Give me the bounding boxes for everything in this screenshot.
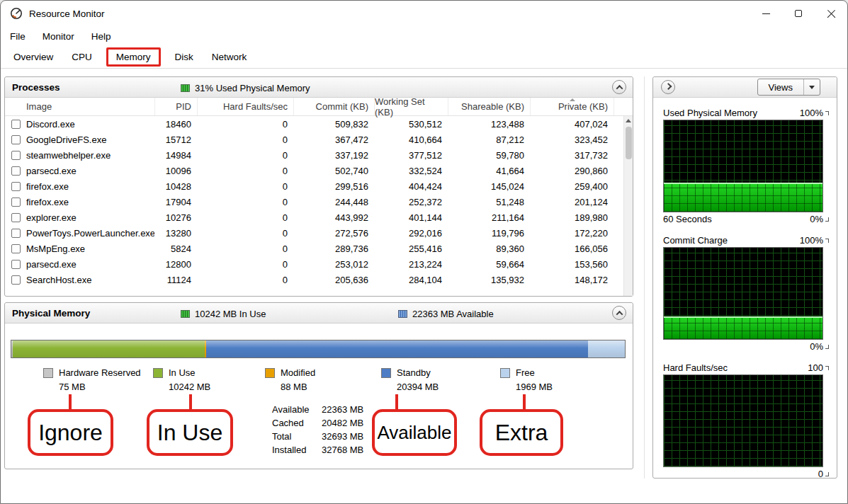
- process-checkbox[interactable]: [11, 197, 21, 207]
- process-private: 290,860: [530, 166, 614, 176]
- tab[interactable]: CPU: [62, 47, 101, 67]
- tab[interactable]: Network: [203, 47, 256, 67]
- process-private: 189,980: [530, 212, 614, 223]
- process-working-set: 410,664: [374, 134, 448, 145]
- process-shareable: 87,212: [448, 134, 530, 145]
- process-checkbox[interactable]: [11, 213, 21, 222]
- process-row[interactable]: firefox.exe 17904 0 244,448 252,372 51,2…: [5, 194, 633, 210]
- maximize-button[interactable]: [782, 1, 815, 26]
- graph-ruler-bottom-tick: [825, 472, 829, 476]
- process-row[interactable]: parsecd.exe 10096 0 502,740 332,524 41,6…: [5, 163, 633, 178]
- process-pid: 10276: [154, 212, 197, 223]
- column-header-hard-faults[interactable]: Hard Faults/sec: [198, 98, 294, 115]
- process-checkbox[interactable]: [11, 229, 21, 238]
- chevron-down-icon: [809, 86, 815, 89]
- process-checkbox[interactable]: [11, 260, 21, 269]
- tab[interactable]: Memory: [106, 47, 161, 67]
- process-checkbox[interactable]: [11, 166, 21, 176]
- process-checkbox[interactable]: [11, 244, 21, 253]
- available-icon: [398, 310, 407, 318]
- process-commit: 299,516: [293, 181, 374, 192]
- panel-splitter: [644, 76, 645, 479]
- process-checkbox[interactable]: [11, 275, 21, 285]
- graph-ruler-top-tick: [825, 366, 829, 370]
- column-header-image[interactable]: Image: [5, 98, 155, 115]
- process-hard-faults: 0: [197, 275, 293, 285]
- menu-item[interactable]: Monitor: [43, 31, 74, 42]
- annotation-box: Ignore: [28, 409, 113, 456]
- process-checkbox[interactable]: [11, 135, 21, 144]
- graphs-sidebar: Views Used Physical Memory 100%: [652, 76, 837, 479]
- process-private: 317,732: [530, 150, 614, 161]
- graph-ruler-bottom-tick: [825, 345, 829, 349]
- menu-item[interactable]: File: [10, 31, 26, 42]
- collapse-physical-memory-button[interactable]: [612, 306, 626, 320]
- process-pid: 10096: [154, 166, 197, 176]
- tab-bar: Overview CPU Memory Disk Network: [1, 46, 847, 69]
- process-row[interactable]: steamwebhelper.exe 14984 0 337,192 377,5…: [5, 147, 633, 163]
- process-row[interactable]: MsMpEng.exe 5824 0 289,736 255,416 89,36…: [5, 241, 633, 256]
- sidebar-header: Views: [653, 77, 837, 98]
- graph-footer-label: 60 Seconds: [663, 214, 810, 224]
- views-dropdown[interactable]: Views: [757, 79, 820, 96]
- titlebar: Resource Monitor: [1, 1, 847, 26]
- in-use-status-text: 10242 MB In Use: [195, 309, 266, 319]
- tab[interactable]: Overview: [4, 47, 62, 67]
- processes-title: Processes: [12, 82, 60, 93]
- process-pid: 11124: [154, 275, 197, 285]
- collapse-processes-button[interactable]: [612, 80, 626, 94]
- graph-title: Hard Faults/sec: [663, 362, 808, 373]
- process-shareable: 89,360: [448, 244, 530, 254]
- graph-fill-area: [664, 183, 822, 212]
- process-working-set: 332,524: [374, 166, 448, 176]
- process-row[interactable]: firefox.exe 10428 0 299,516 404,424 145,…: [5, 178, 633, 194]
- annotation-box: Available: [372, 409, 457, 456]
- process-shareable: 145,024: [448, 181, 530, 192]
- process-pid: 14984: [154, 150, 197, 161]
- column-header-working-set[interactable]: Working Set (KB): [375, 98, 448, 115]
- process-working-set: 404,424: [374, 181, 448, 192]
- column-header-shareable[interactable]: Shareable (KB): [448, 98, 531, 115]
- process-image-name: parsecd.exe: [26, 166, 154, 176]
- process-pid: 5824: [154, 244, 197, 254]
- close-button[interactable]: [815, 1, 847, 26]
- annotation-box: Extra: [480, 409, 563, 456]
- process-checkbox[interactable]: [11, 120, 21, 129]
- scroll-up-icon[interactable]: [626, 119, 631, 122]
- table-body: Discord.exe 18460 0 509,832 530,512 123,…: [5, 116, 633, 287]
- available-status-text: 22363 MB Available: [412, 309, 494, 319]
- process-commit: 509,832: [293, 119, 374, 130]
- minimize-button[interactable]: [750, 1, 782, 26]
- process-row[interactable]: PowerToys.PowerLauncher.exe 13280 0 272,…: [5, 225, 633, 241]
- process-row[interactable]: GoogleDriveFS.exe 15712 0 367,472 410,66…: [5, 132, 633, 147]
- process-private: 201,124: [530, 197, 614, 207]
- chevron-up-icon: [616, 310, 623, 317]
- graph-fill-area: [664, 316, 822, 339]
- process-commit: 367,472: [293, 134, 374, 145]
- process-row[interactable]: parsecd.exe 12800 0 253,012 213,224 59,6…: [5, 256, 633, 272]
- column-header-commit[interactable]: Commit (KB): [294, 98, 375, 115]
- menu-item[interactable]: Help: [91, 31, 111, 42]
- processes-status: 31% Used Physical Memory: [181, 83, 310, 93]
- process-shareable: 59,664: [448, 259, 530, 270]
- process-checkbox[interactable]: [11, 151, 21, 160]
- column-header-pid[interactable]: PID: [155, 98, 198, 115]
- views-label: Views: [758, 82, 803, 93]
- column-header-private[interactable]: Private (KB): [531, 98, 614, 115]
- process-image-name: MsMpEng.exe: [26, 244, 154, 254]
- scrollbar-thumb[interactable]: [626, 127, 632, 159]
- process-hard-faults: 0: [197, 244, 293, 254]
- tab[interactable]: Disk: [166, 47, 203, 67]
- process-row[interactable]: Discord.exe 18460 0 509,832 530,512 123,…: [5, 116, 633, 132]
- maximize-icon: [795, 10, 802, 17]
- process-checkbox[interactable]: [11, 182, 21, 191]
- process-image-name: GoogleDriveFS.exe: [26, 134, 154, 145]
- process-shareable: 211,164: [448, 212, 530, 223]
- process-row[interactable]: SearchHost.exe 11124 0 205,636 284,104 1…: [5, 272, 633, 287]
- process-working-set: 213,224: [374, 259, 448, 270]
- process-image-name: explorer.exe: [26, 212, 154, 223]
- process-private: 407,024: [530, 119, 614, 130]
- table-scrollbar[interactable]: [623, 116, 633, 296]
- collapse-sidebar-button[interactable]: [661, 80, 675, 94]
- process-row[interactable]: explorer.exe 10276 0 443,992 401,144 211…: [5, 210, 633, 225]
